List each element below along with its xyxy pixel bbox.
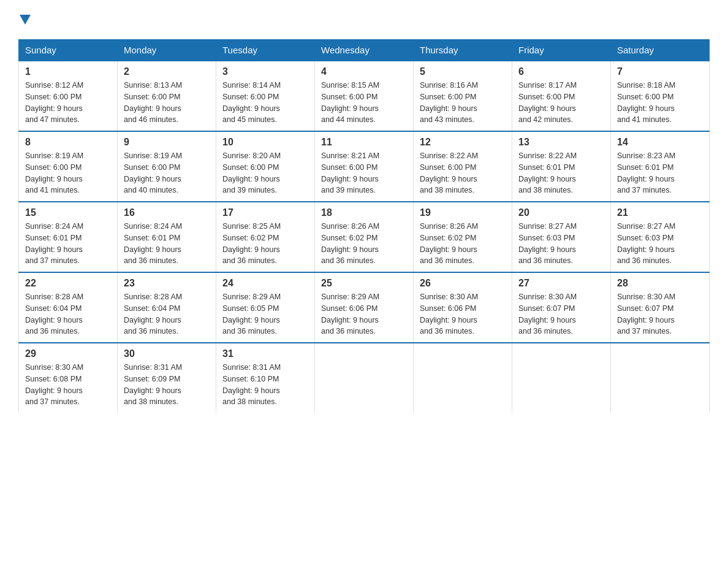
header-sunday: Sunday — [19, 40, 118, 61]
calendar-cell: 19Sunrise: 8:26 AMSunset: 6:02 PMDayligh… — [414, 202, 512, 272]
day-number: 28 — [617, 278, 703, 289]
day-info: Sunrise: 8:30 AMSunset: 6:07 PMDaylight:… — [518, 291, 604, 337]
calendar-cell: 6Sunrise: 8:17 AMSunset: 6:00 PMDaylight… — [512, 61, 611, 131]
page-header — [18, 12, 710, 28]
day-number: 17 — [222, 207, 308, 218]
day-number: 13 — [518, 137, 604, 148]
day-info: Sunrise: 8:24 AMSunset: 6:01 PMDaylight:… — [25, 221, 111, 267]
calendar-table: SundayMondayTuesdayWednesdayThursdayFrid… — [18, 39, 710, 413]
day-info: Sunrise: 8:24 AMSunset: 6:01 PMDaylight:… — [124, 221, 210, 267]
day-info: Sunrise: 8:15 AMSunset: 6:00 PMDaylight:… — [321, 80, 407, 126]
calendar-cell — [512, 343, 611, 413]
day-number: 12 — [420, 137, 506, 148]
calendar-cell: 23Sunrise: 8:28 AMSunset: 6:04 PMDayligh… — [118, 272, 216, 343]
calendar-cell: 15Sunrise: 8:24 AMSunset: 6:01 PMDayligh… — [19, 202, 118, 272]
day-number: 30 — [124, 348, 210, 359]
day-info: Sunrise: 8:30 AMSunset: 6:07 PMDaylight:… — [617, 291, 703, 337]
calendar-cell: 4Sunrise: 8:15 AMSunset: 6:00 PMDaylight… — [315, 61, 414, 131]
day-info: Sunrise: 8:22 AMSunset: 6:01 PMDaylight:… — [518, 150, 604, 196]
day-number: 14 — [617, 137, 703, 148]
day-info: Sunrise: 8:25 AMSunset: 6:02 PMDaylight:… — [222, 221, 308, 267]
calendar-cell: 31Sunrise: 8:31 AMSunset: 6:10 PMDayligh… — [216, 343, 315, 413]
day-info: Sunrise: 8:26 AMSunset: 6:02 PMDaylight:… — [321, 221, 407, 267]
day-number: 15 — [25, 207, 111, 218]
day-info: Sunrise: 8:17 AMSunset: 6:00 PMDaylight:… — [518, 80, 604, 126]
day-info: Sunrise: 8:27 AMSunset: 6:03 PMDaylight:… — [518, 221, 604, 267]
calendar-cell: 2Sunrise: 8:13 AMSunset: 6:00 PMDaylight… — [118, 61, 216, 131]
calendar-cell: 13Sunrise: 8:22 AMSunset: 6:01 PMDayligh… — [512, 131, 611, 202]
header-friday: Friday — [512, 40, 611, 61]
day-info: Sunrise: 8:26 AMSunset: 6:02 PMDaylight:… — [420, 221, 506, 267]
day-number: 16 — [124, 207, 210, 218]
calendar-cell — [611, 343, 710, 413]
week-row-1: 1Sunrise: 8:12 AMSunset: 6:00 PMDaylight… — [19, 61, 710, 131]
calendar-cell: 9Sunrise: 8:19 AMSunset: 6:00 PMDaylight… — [118, 131, 216, 202]
calendar-cell: 14Sunrise: 8:23 AMSunset: 6:01 PMDayligh… — [611, 131, 710, 202]
calendar-cell: 7Sunrise: 8:18 AMSunset: 6:00 PMDaylight… — [611, 61, 710, 131]
calendar-cell: 8Sunrise: 8:19 AMSunset: 6:00 PMDaylight… — [19, 131, 118, 202]
calendar-cell: 1Sunrise: 8:12 AMSunset: 6:00 PMDaylight… — [19, 61, 118, 131]
day-number: 24 — [222, 278, 308, 289]
calendar-cell: 3Sunrise: 8:14 AMSunset: 6:00 PMDaylight… — [216, 61, 315, 131]
calendar-header-row: SundayMondayTuesdayWednesdayThursdayFrid… — [19, 40, 710, 61]
calendar-cell: 5Sunrise: 8:16 AMSunset: 6:00 PMDaylight… — [414, 61, 512, 131]
week-row-2: 8Sunrise: 8:19 AMSunset: 6:00 PMDaylight… — [19, 131, 710, 202]
day-info: Sunrise: 8:31 AMSunset: 6:09 PMDaylight:… — [124, 362, 210, 408]
calendar-cell: 26Sunrise: 8:30 AMSunset: 6:06 PMDayligh… — [414, 272, 512, 343]
calendar-cell: 11Sunrise: 8:21 AMSunset: 6:00 PMDayligh… — [315, 131, 414, 202]
day-number: 21 — [617, 207, 703, 218]
day-info: Sunrise: 8:20 AMSunset: 6:00 PMDaylight:… — [222, 150, 308, 196]
day-number: 18 — [321, 207, 407, 218]
calendar-cell: 24Sunrise: 8:29 AMSunset: 6:05 PMDayligh… — [216, 272, 315, 343]
calendar-cell: 20Sunrise: 8:27 AMSunset: 6:03 PMDayligh… — [512, 202, 611, 272]
day-number: 2 — [124, 66, 210, 77]
calendar-cell: 29Sunrise: 8:30 AMSunset: 6:08 PMDayligh… — [19, 343, 118, 413]
day-info: Sunrise: 8:14 AMSunset: 6:00 PMDaylight:… — [222, 80, 308, 126]
calendar-cell — [414, 343, 512, 413]
day-number: 1 — [25, 66, 111, 77]
day-number: 4 — [321, 66, 407, 77]
calendar-cell: 12Sunrise: 8:22 AMSunset: 6:00 PMDayligh… — [414, 131, 512, 202]
calendar-cell: 25Sunrise: 8:29 AMSunset: 6:06 PMDayligh… — [315, 272, 414, 343]
day-info: Sunrise: 8:21 AMSunset: 6:00 PMDaylight:… — [321, 150, 407, 196]
day-info: Sunrise: 8:16 AMSunset: 6:00 PMDaylight:… — [420, 80, 506, 126]
day-number: 7 — [617, 66, 703, 77]
calendar-cell: 10Sunrise: 8:20 AMSunset: 6:00 PMDayligh… — [216, 131, 315, 202]
header-thursday: Thursday — [414, 40, 512, 61]
day-number: 3 — [222, 66, 308, 77]
day-number: 6 — [518, 66, 604, 77]
day-info: Sunrise: 8:23 AMSunset: 6:01 PMDaylight:… — [617, 150, 703, 196]
header-monday: Monday — [118, 40, 216, 61]
svg-marker-0 — [20, 15, 31, 25]
day-info: Sunrise: 8:30 AMSunset: 6:08 PMDaylight:… — [25, 362, 111, 408]
header-wednesday: Wednesday — [315, 40, 414, 61]
day-number: 26 — [420, 278, 506, 289]
day-info: Sunrise: 8:12 AMSunset: 6:00 PMDaylight:… — [25, 80, 111, 126]
day-number: 23 — [124, 278, 210, 289]
day-info: Sunrise: 8:28 AMSunset: 6:04 PMDaylight:… — [124, 291, 210, 337]
week-row-3: 15Sunrise: 8:24 AMSunset: 6:01 PMDayligh… — [19, 202, 710, 272]
calendar-cell: 18Sunrise: 8:26 AMSunset: 6:02 PMDayligh… — [315, 202, 414, 272]
day-number: 11 — [321, 137, 407, 148]
calendar-cell: 16Sunrise: 8:24 AMSunset: 6:01 PMDayligh… — [118, 202, 216, 272]
calendar-cell: 28Sunrise: 8:30 AMSunset: 6:07 PMDayligh… — [611, 272, 710, 343]
week-row-4: 22Sunrise: 8:28 AMSunset: 6:04 PMDayligh… — [19, 272, 710, 343]
day-info: Sunrise: 8:22 AMSunset: 6:00 PMDaylight:… — [420, 150, 506, 196]
logo-arrow-icon — [20, 12, 31, 28]
logo — [18, 12, 31, 28]
calendar-cell: 22Sunrise: 8:28 AMSunset: 6:04 PMDayligh… — [19, 272, 118, 343]
day-number: 10 — [222, 137, 308, 148]
day-info: Sunrise: 8:27 AMSunset: 6:03 PMDaylight:… — [617, 221, 703, 267]
week-row-5: 29Sunrise: 8:30 AMSunset: 6:08 PMDayligh… — [19, 343, 710, 413]
day-info: Sunrise: 8:30 AMSunset: 6:06 PMDaylight:… — [420, 291, 506, 337]
day-info: Sunrise: 8:28 AMSunset: 6:04 PMDaylight:… — [25, 291, 111, 337]
day-info: Sunrise: 8:18 AMSunset: 6:00 PMDaylight:… — [617, 80, 703, 126]
day-info: Sunrise: 8:19 AMSunset: 6:00 PMDaylight:… — [124, 150, 210, 196]
day-number: 5 — [420, 66, 506, 77]
calendar-cell — [315, 343, 414, 413]
day-info: Sunrise: 8:29 AMSunset: 6:06 PMDaylight:… — [321, 291, 407, 337]
header-tuesday: Tuesday — [216, 40, 315, 61]
day-number: 22 — [25, 278, 111, 289]
day-number: 8 — [25, 137, 111, 148]
day-info: Sunrise: 8:31 AMSunset: 6:10 PMDaylight:… — [222, 362, 308, 408]
